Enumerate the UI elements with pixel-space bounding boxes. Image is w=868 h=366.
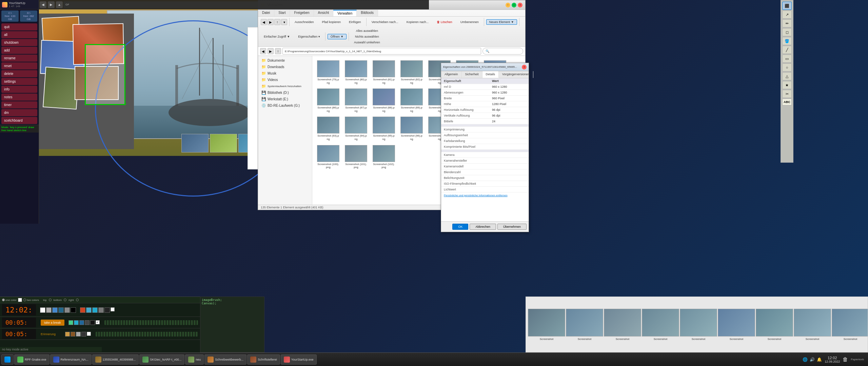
- taskbar-referenz[interactable]: Referenzraum_NA...: [50, 354, 92, 365]
- nav-address[interactable]: GF: [63, 1, 429, 8]
- taskbar-start-btn[interactable]: [1, 354, 14, 365]
- props-cancel-btn[interactable]: Abbrechen: [470, 224, 496, 230]
- fe-address-box[interactable]: E:\Programmierung\Sourcecodes C#\YourSta…: [282, 48, 481, 55]
- tool-text-abc[interactable]: ABC: [782, 99, 792, 105]
- props-tab-allgemein[interactable]: Allgemein: [441, 71, 462, 78]
- taskbar-schrift[interactable]: Schriftstellerei: [247, 354, 280, 365]
- fe-tree-bdre[interactable]: 💿 BD-RE-Laufwerk (G:): [258, 102, 312, 109]
- fe-tab-verwalten[interactable]: Verwalten: [333, 10, 357, 16]
- fe-properties-btn[interactable]: Eigenschaften ▾: [295, 34, 323, 39]
- cs-green[interactable]: [68, 320, 73, 325]
- cs-d[interactable]: [85, 320, 90, 325]
- fe-file-94[interactable]: Screenshot (94).png: [343, 115, 369, 142]
- ss-item-2[interactable]: Screenshot: [604, 309, 641, 341]
- tool-line[interactable]: ╱: [782, 46, 792, 54]
- taskbar-neu[interactable]: neu: [185, 354, 204, 365]
- fe-move-to-btn[interactable]: Verschieben nach...: [369, 19, 401, 25]
- btn-all[interactable]: all: [1, 31, 37, 38]
- btn-scetchboard[interactable]: scetchboard: [1, 117, 37, 124]
- ss-item-1[interactable]: Screenshot: [566, 309, 603, 341]
- fe-cut-btn[interactable]: Ausschneiden: [292, 19, 317, 25]
- tool-star[interactable]: ★: [782, 81, 792, 89]
- cs-darkblue[interactable]: [58, 307, 64, 313]
- fe-tree-bibliothek[interactable]: 💾 Bibliothek (D:): [258, 89, 312, 96]
- fe-file-79[interactable]: Screenshot (79).png: [315, 59, 341, 86]
- radio-right[interactable]: [76, 299, 79, 301]
- props-tab-vorgaenger[interactable]: Vorgängerversionen: [499, 71, 533, 78]
- fe-delete-btn[interactable]: 🗑 Löschen: [434, 19, 455, 25]
- taskbar-schreib[interactable]: Schreibwettbewerb...: [204, 354, 246, 365]
- props-tab-details[interactable]: Details: [482, 71, 499, 78]
- nav-forward[interactable]: ▶: [48, 1, 55, 8]
- taskbar-rpf-snake[interactable]: RPF-Snake.exe: [14, 354, 50, 365]
- cs-red[interactable]: [80, 307, 85, 313]
- take-break-btn[interactable]: take a break: [41, 320, 64, 326]
- btn-notes[interactable]: notes: [1, 94, 37, 101]
- opt-two-colors[interactable]: two colors: [23, 299, 39, 302]
- fe-select-all-btn[interactable]: Alles auswählen: [351, 28, 383, 34]
- fe-file-100[interactable]: Screenshot (100).png: [315, 143, 341, 171]
- nav-back[interactable]: ◀: [40, 1, 46, 8]
- taskbar-yourstartup[interactable]: YourStartUp.exe: [281, 354, 317, 365]
- fe-copy-path-btn[interactable]: Pfad kopieren: [319, 19, 344, 25]
- fe-addr-up[interactable]: ↑: [275, 48, 281, 54]
- fe-file-102[interactable]: Screenshot (102).png: [371, 143, 397, 171]
- fe-tree-systemlaufwerk[interactable]: 📁 Systemlaufwerk freizuhalten: [258, 83, 312, 89]
- ss-item-5[interactable]: Screenshot: [718, 309, 755, 341]
- fe-tab-datei[interactable]: Datei: [258, 10, 274, 16]
- ss-item-6[interactable]: Screenshot: [756, 309, 793, 341]
- fe-minimize-btn[interactable]: −: [506, 3, 510, 7]
- color-swatch-white[interactable]: [18, 298, 22, 302]
- btn-settings[interactable]: settings: [1, 78, 37, 85]
- cs-black[interactable]: [71, 307, 76, 313]
- btn-shutdown[interactable]: shutdown: [1, 39, 37, 46]
- recycle-bin-icon[interactable]: 🗑: [843, 357, 848, 363]
- fe-file-88[interactable]: Screenshot (88).png: [371, 87, 397, 114]
- cs-brown[interactable]: [71, 332, 75, 337]
- cs-cyan[interactable]: [86, 307, 92, 313]
- fe-tree-musik[interactable]: 📁 Musik: [258, 70, 312, 77]
- tool-crop[interactable]: ✂: [782, 90, 792, 98]
- btn-timer[interactable]: timer: [1, 101, 37, 108]
- tool-eraser[interactable]: ◻: [782, 28, 792, 36]
- opt-one-color[interactable]: one color: [2, 299, 17, 302]
- fe-open-btn[interactable]: Öffnen ▼: [328, 34, 347, 39]
- speaker-icon[interactable]: 🔊: [810, 357, 815, 362]
- fe-tab-bildtools[interactable]: Bildtools: [357, 10, 378, 16]
- tool-arrow[interactable]: ↗: [782, 11, 792, 19]
- fe-copy-to-btn[interactable]: Kopieren nach...: [403, 19, 432, 25]
- fe-tree-videos[interactable]: 📁 Videos: [258, 77, 312, 83]
- fe-new-element-btn[interactable]: Neues Element ▼: [486, 19, 517, 25]
- fe-paste-btn[interactable]: Einfügen: [346, 19, 364, 25]
- tool-circle[interactable]: ○: [782, 63, 792, 72]
- notification-icon[interactable]: 🔔: [817, 357, 822, 362]
- fe-select-none-btn[interactable]: Nichts auswählen: [351, 34, 383, 39]
- cs-dark[interactable]: [98, 307, 104, 313]
- fe-tab-freigeben[interactable]: Freigeben: [290, 10, 314, 16]
- fe-down[interactable]: ▾: [281, 19, 287, 25]
- cs-vdark[interactable]: [104, 307, 110, 313]
- cs-lb[interactable]: [74, 320, 79, 325]
- tool-rect[interactable]: ▭: [782, 55, 792, 63]
- cs-orange[interactable]: [65, 332, 70, 337]
- fe-close-btn[interactable]: ×: [518, 3, 522, 7]
- fe-up[interactable]: ↑: [274, 19, 280, 25]
- fe-tab-ansicht[interactable]: Ansicht: [314, 10, 334, 16]
- cs-silver[interactable]: [76, 332, 81, 337]
- props-apply-btn[interactable]: Übernehmen: [497, 224, 527, 230]
- props-close-btn[interactable]: ×: [522, 65, 527, 69]
- fe-rename-btn[interactable]: Umbenennen: [457, 19, 482, 25]
- cs-white[interactable]: [40, 307, 45, 313]
- tool-fill[interactable]: 🪣: [782, 37, 792, 45]
- fe-file-87[interactable]: Screenshot (87).png: [343, 87, 369, 114]
- btn-delete[interactable]: delete: [1, 70, 37, 77]
- fe-file-89[interactable]: Screenshot (89).png: [398, 87, 425, 114]
- checkbox-1[interactable]: [111, 307, 115, 311]
- btn-info-page[interactable]: info: [1, 86, 37, 93]
- props-remove-info-link[interactable]: Persönliche und persönliche Informatione…: [441, 192, 529, 198]
- fe-maximize-btn[interactable]: □: [512, 3, 516, 7]
- fe-file-86[interactable]: Screenshot (86).png: [315, 87, 341, 114]
- cs-gray[interactable]: [46, 307, 52, 313]
- fe-file-101[interactable]: Screenshot (101).png: [343, 143, 369, 171]
- fe-file-82[interactable]: Screenshot (82).png: [398, 59, 425, 86]
